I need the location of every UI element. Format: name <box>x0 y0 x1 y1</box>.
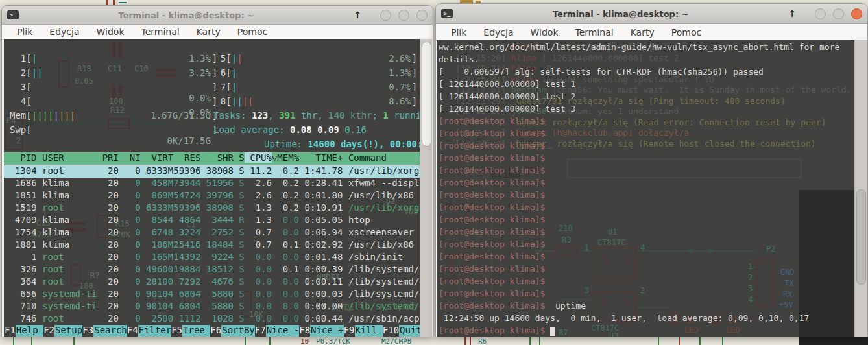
process-row-1881[interactable]: 1881klima200186M2541618484S0.70.10:02.92… <box>4 239 420 252</box>
menu-item-edycja[interactable]: Edycja <box>476 27 520 38</box>
process-row-1[interactable]: 1root200165M143929224S0.00.00:01.48/sbin… <box>4 252 420 264</box>
fkey-F2[interactable]: F2Setup <box>43 325 82 337</box>
htop-terminal-content[interactable]: R180.05C11C10100R12P412R15470KC15470nC1R… <box>4 39 422 337</box>
close-button[interactable] <box>851 8 862 19</box>
minimize-button[interactable] <box>815 8 826 19</box>
fkey-number: F7 <box>255 325 266 337</box>
process-row-710[interactable]: 710systemd-ti2009010468045880S0.00.00:00… <box>4 301 420 313</box>
load-average-line: Load average: 0.08 0.09 0.16 <box>213 125 367 136</box>
cell-mem-header: ▽MEM% <box>272 152 299 163</box>
fkey-F4[interactable]: F4Filter <box>127 325 171 337</box>
left-scrollbar-thumb[interactable] <box>422 42 431 147</box>
meter-part: ] <box>412 53 417 64</box>
rollup-arrow-icon[interactable]: ↑ <box>788 8 796 19</box>
minimize-button[interactable] <box>380 10 391 21</box>
text-segment: 140 <box>328 110 344 121</box>
menu-item-widok[interactable]: Widok <box>90 27 132 37</box>
menu-item-plik[interactable]: Plik <box>10 27 40 37</box>
fkey-F7[interactable]: F7Nice - <box>255 325 299 337</box>
meter-part: [ <box>26 96 31 106</box>
meter-part: 2 <box>10 67 26 78</box>
fkey-F1[interactable]: F1Help <box>5 325 43 337</box>
terminal-line: [root@desktop klima]$ <box>439 128 545 139</box>
terminal-line: 12:24:50 up 14600 days, 0 min, 1 user, l… <box>439 313 809 324</box>
meter-part: ||3.2% <box>32 67 212 78</box>
menu-item-plik[interactable]: Plik <box>444 27 474 38</box>
cell-pri: 20 <box>97 227 119 237</box>
fkey-number: F6 <box>210 325 221 337</box>
maximize-button[interactable] <box>398 10 409 21</box>
shell-terminal-content[interactable]: [12:15:09] Kl1ma [ 1261440000.000000] te… <box>437 40 854 337</box>
fkey-F10[interactable]: F10Quit <box>383 325 422 337</box>
process-row-1686[interactable]: 1686klima200458M7394451956S2.60.20:28.41… <box>4 178 420 190</box>
cell-cpu: CPU% <box>245 152 272 163</box>
cell-pri: 20 <box>97 313 119 324</box>
cell-virt: 90104 <box>141 301 174 311</box>
menu-item-terminal[interactable]: Terminal <box>568 27 621 38</box>
menu-item-widok[interactable]: Widok <box>524 27 566 38</box>
right-titlebar[interactable]: >_ Terminal - klima@desktop: ~ ↑ <box>436 4 867 24</box>
cell-pid: 1851 <box>4 190 37 200</box>
process-row-1519[interactable]: 1519root2006333M5939638908S1.30.20:10.91… <box>4 202 420 215</box>
cell-virt: 165M <box>141 252 174 262</box>
text-segment: [root@desktop klima]$ <box>439 239 545 249</box>
fkey-F5[interactable]: F5Tree <box>171 325 210 337</box>
process-row-1851[interactable]: 1851klima200869M5472439796S2.60.20:01.80… <box>4 190 420 202</box>
meter-part: Swp <box>10 125 26 136</box>
cell-shr: 2752 <box>200 227 234 237</box>
right-terminal-scrollbar[interactable] <box>854 40 867 337</box>
schematic-label: LED <box>684 326 699 335</box>
text-segment: [root@desktop klima]$ <box>439 141 545 150</box>
fkey-number: F9 <box>344 325 355 337</box>
cell-time: 0:00.11 <box>299 276 343 287</box>
close-button[interactable] <box>416 10 428 21</box>
fkey-F9[interactable]: F9Kill <box>344 325 383 337</box>
schematic-label: P2 <box>766 244 775 254</box>
fkey-label: Filter <box>138 325 172 337</box>
fkey-F8[interactable]: F8Nice + <box>299 325 343 337</box>
terminal-line: [root@desktop klima]$ <box>439 115 545 126</box>
cell-mem: 0.2 <box>272 202 299 213</box>
meter-part: [ <box>26 82 31 92</box>
left-terminal-scrollbar[interactable] <box>420 39 432 337</box>
maximize-button[interactable] <box>833 8 844 19</box>
menu-item-karty[interactable]: Karty <box>189 27 228 37</box>
fkey-F6[interactable]: F6SortBy <box>210 325 254 337</box>
cell-res: 14392 <box>173 252 200 262</box>
process-row-4709[interactable]: 4709klima200854448643444R1.30.00:05.05ht… <box>4 215 420 227</box>
schematic-label: 4 <box>640 243 645 252</box>
process-row-326[interactable]: 326root200496001988418512S0.00.10:00.39/… <box>4 264 420 276</box>
cell-res: 73944 <box>173 178 200 188</box>
menu-item-terminal[interactable]: Terminal <box>134 27 187 37</box>
process-row-746[interactable]: 746root200250011121028S0.00.00:00.44/usr… <box>4 313 420 326</box>
right-scrollbar-thumb[interactable] <box>856 189 866 285</box>
process-row-364[interactable]: 364root2002810072924676S0.00.00:00.11/li… <box>4 276 420 289</box>
menu-item-karty[interactable]: Karty <box>623 27 662 38</box>
menu-item-pomoc[interactable]: Pomoc <box>664 27 708 38</box>
process-row-1754[interactable]: 1754klima200674832242752S0.70.00:06.94xs… <box>4 227 420 239</box>
cell-pid: 1 <box>4 252 37 262</box>
cell-time: 0:05.05 <box>299 215 343 225</box>
process-row-1304[interactable]: 1304root2006333M5939638908S11.20.21:41.7… <box>4 165 420 178</box>
terminal-line: [root@desktop klima]$ <box>439 263 545 274</box>
left-titlebar[interactable]: >_ Terminal - klima@desktop: ~ ↑ <box>2 6 433 25</box>
cell-s: S <box>234 178 245 188</box>
text-segment: [ 1261440000.000000] test 1 <box>439 79 575 89</box>
terminal-icon: >_ <box>441 9 453 18</box>
process-table-header[interactable]: PIDUSERPRINIVIRTRESSHRSCPU%▽MEM%TIME+Com… <box>4 152 420 165</box>
process-row-656[interactable]: 656systemd-ti2009010468045880S0.00.00:00… <box>4 289 420 301</box>
meter-part: ||2.6% <box>232 53 412 64</box>
menu-item-pomoc[interactable]: Pomoc <box>230 27 274 37</box>
terminal-line: [root@desktop klima]$ <box>439 202 545 213</box>
fkey-F3[interactable]: F3Search <box>82 325 127 337</box>
text-segment: [root@desktop klima]$ <box>439 276 545 286</box>
cell-mem: 0.0 <box>272 227 299 237</box>
cell-ni: NI <box>119 152 141 163</box>
menu-item-edycja[interactable]: Edycja <box>42 27 86 37</box>
meter-part: 7 <box>210 82 226 93</box>
text-segment: , <box>317 110 328 121</box>
cell-cmd: /lib/systemd/ <box>343 264 419 274</box>
rollup-arrow-icon[interactable]: ↑ <box>354 10 361 20</box>
cell-ni: 0 <box>119 227 141 237</box>
background-schematic-strip: P0.3/TCKM2/CMPBR610 <box>0 337 868 345</box>
